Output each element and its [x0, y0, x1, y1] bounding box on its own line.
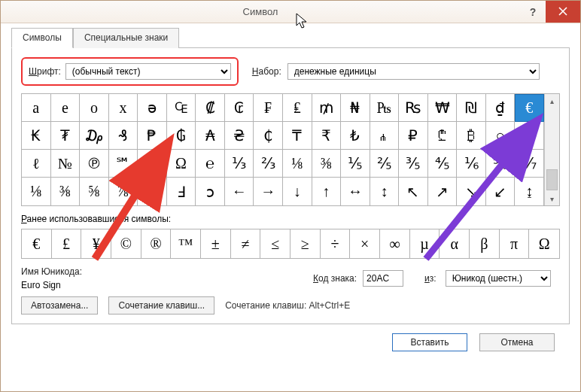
symbol-cell[interactable]: ⅜: [51, 178, 81, 205]
symbol-cell[interactable]: ⅛: [22, 178, 51, 205]
grid-scrollbar[interactable]: ▴ ▾: [544, 94, 559, 205]
symbol-cell[interactable]: ↕: [370, 178, 400, 205]
symbol-cell[interactable]: ₭: [22, 122, 51, 150]
symbol-cell[interactable]: ↓: [283, 178, 312, 205]
recent-symbol-cell[interactable]: Ω: [529, 229, 559, 258]
symbol-cell[interactable]: ₯: [80, 122, 109, 150]
symbol-cell[interactable]: ⅕: [341, 150, 370, 178]
recent-symbol-cell[interactable]: £: [52, 229, 82, 258]
symbol-cell[interactable]: ↙: [486, 178, 516, 205]
scroll-down-button[interactable]: ▾: [546, 192, 559, 205]
recent-symbol-cell[interactable]: ∞: [380, 229, 410, 258]
symbol-cell[interactable]: ℮: [196, 150, 225, 178]
symbol-cell[interactable]: →: [254, 178, 283, 205]
symbol-cell[interactable]: ↑: [312, 178, 342, 205]
recent-symbol-cell[interactable]: ©: [111, 229, 141, 258]
symbol-cell[interactable]: ⅝: [80, 178, 109, 205]
symbol-cell[interactable]: ⅛: [283, 150, 312, 178]
symbol-cell[interactable]: ₫: [486, 94, 516, 122]
symbol-cell[interactable]: ₰: [109, 122, 138, 150]
symbol-cell[interactable]: Ω: [167, 150, 196, 178]
symbol-cell[interactable]: №: [51, 150, 81, 178]
symbol-cell[interactable]: ₹: [312, 122, 342, 150]
symbol-cell[interactable]: ○: [486, 122, 516, 150]
symbol-cell[interactable]: ⅐: [515, 150, 544, 178]
recent-symbol-cell[interactable]: π: [500, 229, 530, 258]
symbol-cell[interactable]: ₿: [457, 122, 486, 150]
close-button[interactable]: [546, 1, 580, 23]
symbol-cell[interactable]: ₸: [283, 122, 312, 150]
symbol-cell[interactable]: ₥: [312, 94, 342, 122]
scroll-up-button[interactable]: ▴: [546, 94, 559, 108]
symbol-cell[interactable]: ↘: [457, 178, 486, 205]
symbol-cell[interactable]: ₴: [225, 122, 254, 150]
symbol-cell[interactable]: ₡: [196, 94, 225, 122]
from-select[interactable]: Юникод (шестн.): [446, 270, 551, 287]
symbol-cell[interactable]: €: [515, 94, 544, 122]
symbol-cell[interactable]: ⅔: [254, 150, 283, 178]
recent-symbol-cell[interactable]: ™: [171, 229, 201, 258]
recent-symbol-cell[interactable]: ±: [201, 229, 231, 258]
cancel-button[interactable]: Отмена: [479, 333, 555, 351]
symbol-cell[interactable]: ₼: [370, 122, 400, 150]
symbol-cell[interactable]: ⅟: [138, 178, 167, 205]
symbol-cell[interactable]: ₮: [51, 122, 81, 150]
symbol-cell[interactable]: ↗: [428, 178, 458, 205]
symbol-cell[interactable]: ↨: [515, 178, 544, 205]
symbol-cell[interactable]: ⅜: [312, 150, 342, 178]
symbol-cell[interactable]: ₺: [341, 122, 370, 150]
symbol-cell[interactable]: ←: [225, 178, 254, 205]
symbol-cell[interactable]: ₵: [254, 122, 283, 150]
symbol-cell[interactable]: ™: [138, 150, 167, 178]
symbol-cell[interactable]: ↖: [399, 178, 428, 205]
symbol-cell[interactable]: ₾: [428, 122, 458, 150]
code-input[interactable]: [363, 270, 403, 287]
symbol-cell[interactable]: ₤: [283, 94, 312, 122]
symbol-cell[interactable]: ₨: [399, 94, 428, 122]
symbol-cell[interactable]: ə: [138, 94, 167, 122]
recent-symbol-cell[interactable]: ≥: [290, 229, 321, 258]
symbol-cell[interactable]: ⅖: [370, 150, 400, 178]
recent-symbol-cell[interactable]: ®: [141, 229, 172, 258]
recent-symbol-cell[interactable]: ×: [350, 229, 380, 258]
symbol-cell[interactable]: ⅓: [225, 150, 254, 178]
recent-symbol-cell[interactable]: ≠: [231, 229, 261, 258]
symbol-cell[interactable]: ₧: [370, 94, 400, 122]
symbol-cell[interactable]: ⅗: [399, 150, 428, 178]
symbol-cell[interactable]: ₢: [225, 94, 254, 122]
shortcut-key-button[interactable]: Сочетание клавиш...: [108, 296, 214, 315]
recent-symbol-cell[interactable]: α: [440, 229, 470, 258]
recent-symbol-cell[interactable]: ÷: [321, 229, 351, 258]
scroll-thumb[interactable]: [546, 169, 558, 190]
symbol-cell[interactable]: o: [80, 94, 109, 122]
symbol-cell[interactable]: ₪: [457, 94, 486, 122]
font-select[interactable]: (обычный текст): [65, 63, 231, 80]
tab-symbols[interactable]: Символы: [11, 28, 73, 48]
symbol-cell[interactable]: ₽: [399, 122, 428, 150]
symbol-cell[interactable]: ₠: [167, 94, 196, 122]
symbol-cell[interactable]: e: [51, 94, 81, 122]
symbol-cell[interactable]: ⅙: [457, 150, 486, 178]
symbol-cell[interactable]: a: [22, 94, 51, 122]
symbol-cell[interactable]: ⅞: [109, 178, 138, 205]
symbol-cell[interactable]: ↄ: [196, 178, 225, 205]
recent-symbol-cell[interactable]: µ: [410, 229, 440, 258]
tab-special-chars[interactable]: Специальные знаки: [73, 28, 179, 48]
symbol-cell[interactable]: ₱: [138, 122, 167, 150]
recent-symbol-cell[interactable]: ¥: [81, 229, 111, 258]
symbol-cell[interactable]: x: [109, 94, 138, 122]
symbol-cell[interactable]: ₲: [167, 122, 196, 150]
symbol-cell[interactable]: Ⅎ: [167, 178, 196, 205]
insert-button[interactable]: Вставить: [392, 333, 467, 351]
recent-symbol-cell[interactable]: ≤: [260, 229, 290, 258]
symbol-cell[interactable]: ℠: [109, 150, 138, 178]
subset-select[interactable]: денежные единицы: [287, 63, 540, 80]
symbol-cell[interactable]: %: [515, 122, 544, 150]
symbol-cell[interactable]: ₣: [254, 94, 283, 122]
symbol-cell[interactable]: ⅚: [486, 150, 516, 178]
symbol-cell[interactable]: ₳: [196, 122, 225, 150]
symbol-cell[interactable]: ↔: [341, 178, 370, 205]
recent-symbol-cell[interactable]: β: [470, 229, 500, 258]
symbol-cell[interactable]: ℓ: [22, 150, 51, 178]
help-button[interactable]: ?: [520, 4, 546, 20]
